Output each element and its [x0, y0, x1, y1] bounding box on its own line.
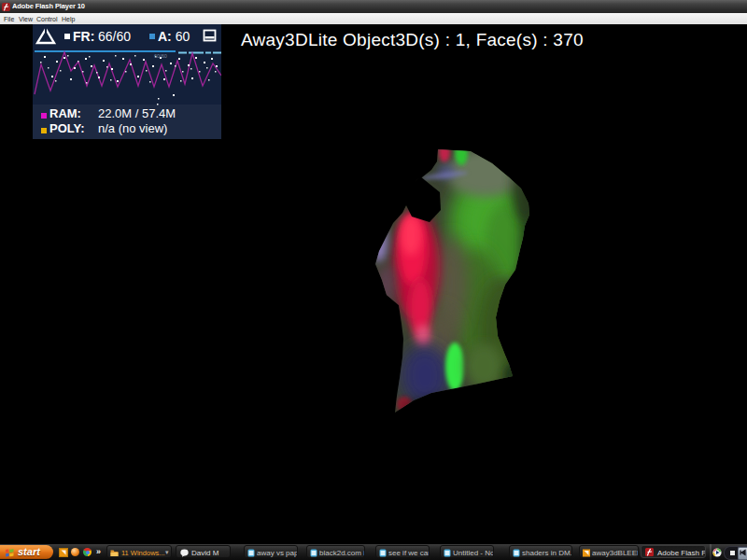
svg-text:60/60: 60/60	[154, 53, 167, 59]
